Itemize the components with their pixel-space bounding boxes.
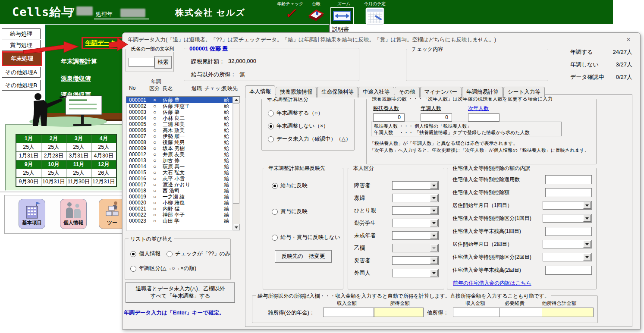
dependents-field-input[interactable] (421, 113, 452, 122)
misc-income-shotoku-input[interactable] (374, 308, 424, 317)
tab[interactable]: 本人情報 (245, 85, 275, 98)
housing-row-input[interactable] (545, 266, 592, 275)
housing-row-select[interactable] (543, 201, 592, 210)
radio-icon[interactable] (268, 110, 274, 116)
chevron-down-icon[interactable] (583, 241, 591, 248)
shortcut-tool[interactable]: ツー (99, 199, 126, 229)
menu-link[interactable]: 源泉徴収簿 (61, 75, 91, 83)
radio-icon[interactable] (166, 251, 173, 257)
reflect-bulk-change-button[interactable]: 反映先の一括変更 (275, 250, 332, 263)
employee-row[interactable]: 000008 ○ 後藤 純男 給 (126, 139, 232, 145)
previous-year-housing-link[interactable]: 前年の住宅借入金の内訳はこちら (453, 280, 531, 287)
employee-row[interactable]: 000012 ○ 井原 友美 給 (126, 151, 232, 157)
chevron-down-icon[interactable] (430, 220, 438, 226)
employee-row[interactable]: 000019 ○ 一之瀬 綾 給 (126, 194, 232, 200)
tab[interactable]: 扶養親族情報 (276, 87, 317, 97)
ledger-tool[interactable]: 台帳 (305, 1, 327, 22)
chevron-down-icon[interactable] (430, 207, 438, 214)
sidebar-item[interactable]: その他処理A (2, 67, 41, 78)
person-kubun-select[interactable] (392, 231, 439, 240)
shortcut-basic-items[interactable]: 基本項目 (19, 199, 45, 229)
age-check-tool[interactable]: 年齢チェック ✓ (275, 1, 305, 20)
person-kubun-select[interactable] (392, 219, 439, 227)
tab[interactable]: シート入力等 (503, 87, 545, 97)
search-button[interactable]: 検索 (154, 56, 172, 69)
tab[interactable]: 年調簡易計算 (462, 87, 503, 97)
tab[interactable]: 中途入社等 (358, 87, 394, 97)
employee-row[interactable]: 000021 ○ 内野 猛 給 (126, 206, 232, 212)
calc-kubun-option[interactable]: データ未入力（確認中）（△） (268, 135, 351, 143)
dependents-field-input[interactable] (468, 113, 499, 122)
employee-row[interactable]: 000022 ○ 神部 幸子 給 (126, 212, 232, 218)
tab[interactable]: 生命保険料等 (317, 87, 358, 97)
sort-option[interactable]: 年調区分(△→○→×の順) (130, 265, 196, 272)
housing-row-select[interactable] (543, 214, 592, 223)
radio-icon[interactable] (272, 209, 278, 215)
employee-row[interactable]: 000001 × 佐藤 豊 給 (126, 97, 232, 103)
person-kubun-select[interactable] (392, 206, 439, 215)
employee-list[interactable]: 000001 × 佐藤 豊 給 000002 ○ 佐藤 理恵子 給 000003 (126, 97, 232, 230)
other-income-total-input[interactable] (542, 308, 594, 317)
employee-row[interactable]: 000003 ○ 佐藤 肇 給 (126, 109, 232, 115)
radio-icon[interactable] (272, 183, 278, 189)
other-income-expense-input[interactable] (499, 308, 543, 317)
housing-row-select[interactable] (543, 240, 592, 248)
employee-row[interactable]: 000006 ○ 髙木 政美 給 (126, 127, 232, 133)
employee-row[interactable]: 000004 ○ 小林 良二 給 (126, 115, 232, 121)
radio-icon[interactable] (130, 266, 136, 272)
employee-row[interactable]: 000009 ○ 坂本 秀樹 給 (126, 145, 232, 151)
sort-option[interactable]: 個人情報 (130, 250, 160, 258)
employee-row[interactable]: 000017 ○ 渡邊 かおり 給 (126, 182, 232, 188)
list-scrollbar[interactable] (232, 97, 240, 230)
employee-row[interactable]: 000002 ○ 佐藤 理恵子 給 (126, 103, 232, 109)
chevron-down-icon[interactable] (430, 195, 438, 201)
housing-row-input[interactable] (545, 188, 592, 197)
employee-row[interactable]: 000005 ○ 三浦 和美 給 (126, 121, 232, 127)
shortcut-personal-info[interactable]: 個人情報 (60, 199, 87, 229)
person-kubun-select[interactable] (392, 244, 439, 252)
employee-row[interactable]: 000023 ○ 山田 学 給 (126, 218, 232, 224)
person-kubun-select[interactable] (392, 181, 439, 190)
chevron-down-icon[interactable] (583, 215, 591, 222)
housing-row-select[interactable] (543, 253, 592, 261)
employee-row[interactable]: 000016 ○ 志平 小雪 給 (126, 176, 232, 182)
scroll-up-icon[interactable] (233, 97, 240, 103)
chevron-down-icon[interactable] (430, 232, 438, 239)
zoom-tool[interactable]: ズーム (330, 1, 357, 25)
employee-row[interactable]: 000020 ○ 小柳 雅也 給 (126, 200, 232, 206)
bulk-nencho-button[interactable]: 退職者とデータ未入力(△)、乙欄以外 すべて「年末調整」する (126, 282, 235, 303)
employee-row[interactable]: 000018 ○ 西 浩司 給 (126, 188, 232, 194)
reflect-option[interactable]: 給与・賞与に反映しない (272, 234, 340, 241)
radio-icon[interactable] (268, 136, 274, 142)
dependents-field-input[interactable] (373, 113, 405, 122)
tab[interactable]: その他 (395, 87, 420, 97)
calc-kubun-option[interactable]: 年末調整する（○） (268, 110, 323, 117)
employee-row[interactable]: 000014 ○ 荻原 真一 給 (126, 163, 232, 170)
misc-income-amount-input[interactable] (323, 308, 374, 317)
radio-icon[interactable] (130, 251, 136, 257)
sidebar-item[interactable]: その他処理B (2, 80, 41, 91)
radio-icon[interactable] (268, 123, 274, 129)
tab[interactable]: マイナンバー (420, 87, 462, 97)
menu-link[interactable]: 年末調整計算 (61, 58, 97, 66)
chevron-down-icon[interactable] (583, 202, 591, 209)
chevron-down-icon[interactable] (430, 245, 438, 251)
reflect-option[interactable]: 賞与に反映 (272, 208, 308, 215)
employee-row[interactable]: 000007 ○ 伊勢 順一 給 (126, 133, 232, 139)
employee-row[interactable]: 000013 ○ 加古 修 給 (126, 157, 232, 163)
close-icon[interactable]: × (624, 35, 633, 44)
monthly-schedule-tool[interactable]: 今月の予定 (362, 1, 387, 25)
person-kubun-select[interactable] (392, 194, 439, 202)
person-kubun-select[interactable] (392, 256, 439, 265)
chevron-down-icon[interactable] (430, 270, 438, 276)
scroll-down-icon[interactable] (233, 224, 240, 230)
employee-row[interactable]: 000015 ○ 大石 弘文 給 (126, 170, 232, 176)
chevron-down-icon[interactable] (430, 257, 438, 264)
chevron-down-icon[interactable] (430, 182, 438, 189)
search-input[interactable] (129, 58, 154, 67)
scrollbar-thumb[interactable] (233, 104, 239, 204)
calc-kubun-option[interactable]: 年末調整しない（×） (268, 123, 329, 130)
person-kubun-select[interactable] (392, 269, 439, 277)
reflect-option[interactable]: 給与に反映 (272, 182, 308, 189)
housing-row-input[interactable] (545, 175, 592, 184)
